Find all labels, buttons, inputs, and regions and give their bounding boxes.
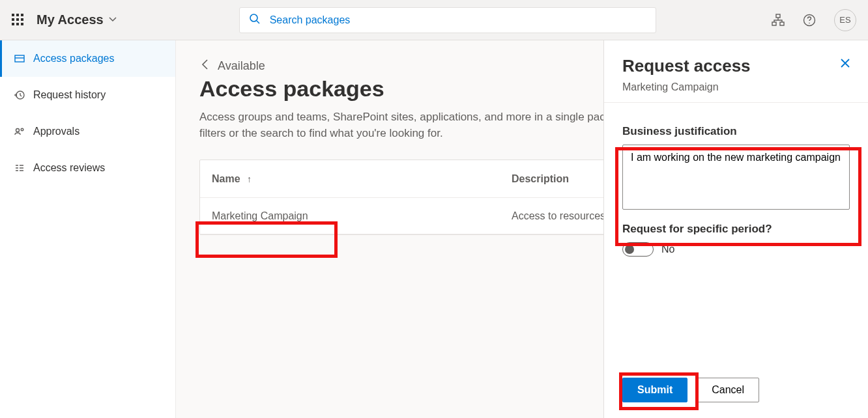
sidebar-item-label: Approvals bbox=[33, 126, 80, 137]
period-toggle-value: No bbox=[661, 244, 674, 255]
sidebar: Access packages Request history Approval… bbox=[0, 40, 176, 418]
sidebar-item-label: Access packages bbox=[33, 53, 115, 64]
org-icon[interactable] bbox=[772, 14, 785, 27]
svg-rect-4 bbox=[780, 22, 784, 25]
back-arrow-icon[interactable] bbox=[199, 59, 211, 74]
panel-footer: Submit Cancel bbox=[604, 366, 868, 418]
submit-button[interactable]: Submit bbox=[622, 378, 687, 402]
page-description: Access groups and teams, SharePoint site… bbox=[199, 109, 669, 141]
close-icon[interactable] bbox=[839, 57, 851, 72]
panel-header: Request access Marketing Campaign bbox=[604, 40, 868, 103]
svg-point-11 bbox=[21, 128, 23, 131]
panel-subtitle: Marketing Campaign bbox=[622, 81, 850, 93]
sidebar-item-access-reviews[interactable]: Access reviews bbox=[0, 150, 175, 186]
sidebar-item-access-packages[interactable]: Access packages bbox=[0, 40, 175, 77]
sidebar-item-approvals[interactable]: Approvals bbox=[0, 113, 175, 150]
app-title-dropdown[interactable]: My Access bbox=[36, 12, 117, 27]
reviews-icon bbox=[14, 163, 25, 173]
topbar: My Access ES bbox=[0, 0, 868, 40]
request-access-panel: Request access Marketing Campaign Busine… bbox=[603, 40, 868, 418]
topbar-right: ES bbox=[772, 9, 856, 31]
sort-ascending-icon: ↑ bbox=[247, 174, 252, 184]
app-launcher-icon[interactable] bbox=[12, 14, 25, 27]
svg-point-0 bbox=[250, 14, 257, 21]
sidebar-item-request-history[interactable]: Request history bbox=[0, 77, 175, 113]
svg-point-6 bbox=[809, 22, 810, 23]
avatar[interactable]: ES bbox=[834, 9, 856, 31]
breadcrumb-label: Available bbox=[218, 59, 265, 73]
svg-rect-2 bbox=[776, 14, 780, 18]
search-input[interactable] bbox=[270, 14, 646, 26]
package-icon bbox=[14, 53, 25, 64]
svg-line-1 bbox=[257, 21, 259, 23]
sidebar-item-label: Access reviews bbox=[33, 162, 105, 174]
cancel-button[interactable]: Cancel bbox=[697, 378, 759, 402]
period-label: Request for specific period? bbox=[622, 223, 850, 236]
search-box[interactable] bbox=[239, 7, 656, 33]
help-icon[interactable] bbox=[803, 14, 816, 27]
panel-title: Request access bbox=[622, 56, 850, 76]
svg-point-10 bbox=[16, 129, 20, 132]
period-toggle[interactable] bbox=[622, 242, 654, 257]
avatar-initials: ES bbox=[839, 15, 850, 25]
search-icon bbox=[249, 13, 261, 27]
chevron-down-icon bbox=[109, 15, 117, 25]
svg-rect-7 bbox=[15, 55, 24, 62]
panel-body: Business justification Request for speci… bbox=[604, 103, 868, 366]
row-name: Marketing Campaign bbox=[212, 210, 512, 222]
app-title-text: My Access bbox=[36, 12, 104, 27]
sidebar-item-label: Request history bbox=[33, 89, 106, 101]
justification-input[interactable] bbox=[622, 145, 850, 210]
history-icon bbox=[14, 90, 25, 100]
svg-rect-3 bbox=[772, 22, 776, 25]
justification-label: Business justification bbox=[622, 125, 850, 138]
column-header-name[interactable]: Name ↑ bbox=[212, 173, 512, 185]
approvals-icon bbox=[14, 126, 25, 137]
